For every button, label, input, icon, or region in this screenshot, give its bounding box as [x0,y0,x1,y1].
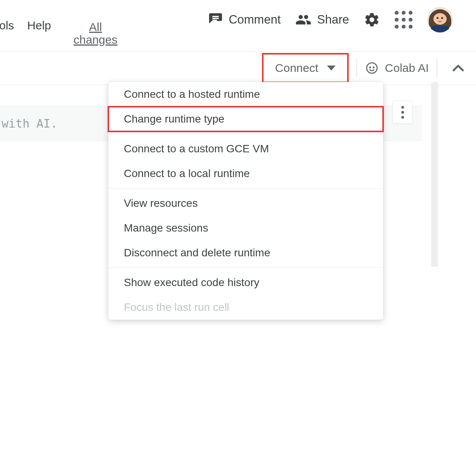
runtime-toolbar: Connect Colab AI [0,51,476,85]
svg-point-0 [366,63,377,73]
dd-connect-custom-gce[interactable]: Connect to a custom GCE VM [108,136,383,161]
gear-icon [364,12,380,28]
dd-change-runtime-type[interactable]: Change runtime type [108,107,383,131]
separator [437,59,437,77]
top-right-actions: Comment Share [208,7,476,32]
cell-more-button[interactable] [392,101,413,124]
share-button[interactable]: Share [295,12,349,28]
collapse-button[interactable] [448,58,468,78]
chevron-up-icon [452,65,464,72]
dd-connect-hosted-runtime[interactable]: Connect to a hosted runtime [108,82,383,107]
comment-label: Comment [229,13,281,27]
dd-show-executed-history[interactable]: Show executed code history [108,270,383,295]
google-apps-button[interactable] [395,11,413,29]
connect-button[interactable]: Connect [262,53,349,83]
colab-ai-icon [365,61,379,75]
more-vert-icon [401,106,404,119]
menu-left-group: ols Help All changes [0,5,118,46]
menubar: ols Help All changes Comment Share [0,0,476,51]
scrollbar[interactable] [431,82,438,267]
dd-disconnect-delete-runtime[interactable]: Disconnect and delete runtime [108,240,383,265]
connect-label: Connect [275,61,318,75]
menu-item-tools[interactable]: ols [0,19,15,32]
colab-ai-label: Colab AI [385,61,429,75]
dropdown-caret-icon [327,65,336,71]
svg-point-2 [373,66,375,68]
menu-item-help[interactable]: Help [26,19,53,32]
dd-connect-local-runtime[interactable]: Connect to a local runtime [108,161,383,186]
dd-manage-sessions[interactable]: Manage sessions [108,216,383,240]
all-changes-link[interactable]: All changes [74,20,117,46]
dd-focus-last-run-cell: Focus the last run cell [108,295,383,320]
share-label: Share [317,13,349,27]
dropdown-separator [108,268,383,268]
apps-grid-icon [395,11,413,29]
account-avatar[interactable] [427,7,453,32]
dd-view-resources[interactable]: View resources [108,191,383,216]
comment-button[interactable]: Comment [208,12,281,27]
settings-button[interactable] [364,12,380,28]
connect-dropdown: Connect to a hosted runtime Change runti… [108,82,383,320]
svg-point-1 [369,66,371,68]
share-icon [295,12,312,28]
cell-placeholder: with AI. [2,117,58,130]
separator [356,59,357,77]
colab-ai-button[interactable]: Colab AI [365,61,429,75]
comment-icon [208,12,223,27]
dropdown-separator [108,188,383,189]
dropdown-separator [108,134,383,134]
